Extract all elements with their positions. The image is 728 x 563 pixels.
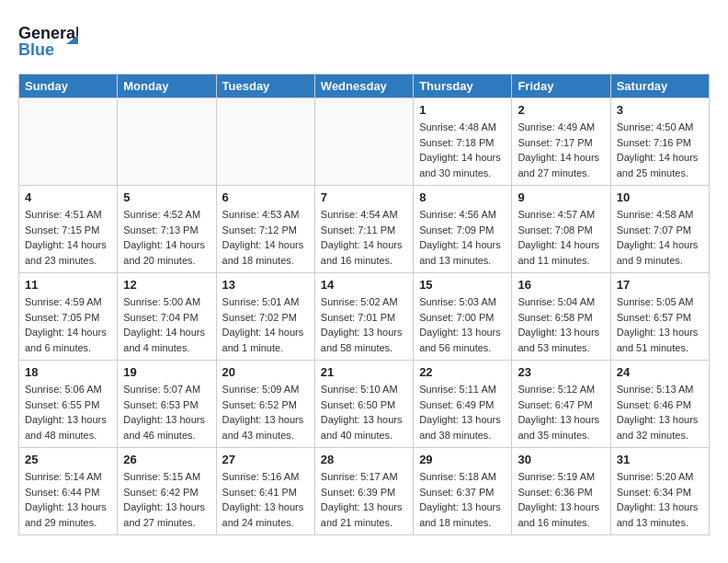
cell-info-text: Sunrise: 5:02 AMSunset: 7:01 PMDaylight:…	[321, 294, 407, 355]
calendar-cell: 17Sunrise: 5:05 AMSunset: 6:57 PMDayligh…	[610, 273, 709, 361]
cell-info-text: Sunrise: 5:20 AMSunset: 6:34 PMDaylight:…	[617, 469, 703, 530]
cell-info-text: Sunrise: 5:12 AMSunset: 6:47 PMDaylight:…	[518, 382, 604, 442]
cell-info-text: Sunrise: 5:07 AMSunset: 6:53 PMDaylight:…	[123, 382, 210, 442]
cell-date-number: 5	[123, 190, 210, 204]
calendar-cell: 8Sunrise: 4:56 AMSunset: 7:09 PMDaylight…	[414, 186, 512, 273]
cell-date-number: 24	[617, 365, 703, 379]
cell-info-text: Sunrise: 5:09 AMSunset: 6:52 PMDaylight:…	[222, 382, 309, 442]
cell-info-text: Sunrise: 5:00 AMSunset: 7:04 PMDaylight:…	[123, 294, 210, 355]
cell-date-number: 20	[222, 365, 309, 379]
cell-info-text: Sunrise: 5:14 AMSunset: 6:44 PMDaylight:…	[25, 469, 111, 530]
cell-date-number: 7	[321, 190, 407, 204]
calendar-cell: 4Sunrise: 4:51 AMSunset: 7:15 PMDaylight…	[19, 186, 118, 273]
cell-info-text: Sunrise: 5:16 AMSunset: 6:41 PMDaylight:…	[222, 469, 309, 530]
cell-info-text: Sunrise: 5:19 AMSunset: 6:36 PMDaylight:…	[518, 469, 604, 530]
calendar-body: 1Sunrise: 4:48 AMSunset: 7:18 PMDaylight…	[19, 98, 710, 535]
calendar-cell: 26Sunrise: 5:15 AMSunset: 6:42 PMDayligh…	[118, 448, 216, 535]
cell-date-number: 2	[518, 103, 604, 117]
cell-info-text: Sunrise: 4:58 AMSunset: 7:07 PMDaylight:…	[617, 207, 703, 268]
page-header: General Blue	[18, 18, 710, 64]
cell-date-number: 15	[419, 278, 506, 292]
calendar-cell	[216, 98, 314, 186]
cell-info-text: Sunrise: 5:01 AMSunset: 7:02 PMDaylight:…	[222, 294, 309, 355]
cell-info-text: Sunrise: 5:03 AMSunset: 7:00 PMDaylight:…	[419, 294, 506, 355]
cell-date-number: 27	[222, 453, 309, 466]
cell-date-number: 29	[419, 453, 506, 466]
calendar-cell: 20Sunrise: 5:09 AMSunset: 6:52 PMDayligh…	[216, 361, 314, 448]
cell-info-text: Sunrise: 5:13 AMSunset: 6:46 PMDaylight:…	[617, 382, 703, 442]
cell-info-text: Sunrise: 4:51 AMSunset: 7:15 PMDaylight:…	[25, 207, 111, 268]
calendar-cell: 18Sunrise: 5:06 AMSunset: 6:55 PMDayligh…	[19, 361, 118, 448]
cell-info-text: Sunrise: 4:59 AMSunset: 7:05 PMDaylight:…	[25, 294, 111, 355]
cell-info-text: Sunrise: 4:50 AMSunset: 7:16 PMDaylight:…	[617, 120, 703, 180]
cell-info-text: Sunrise: 4:57 AMSunset: 7:08 PMDaylight:…	[518, 207, 604, 268]
cell-date-number: 26	[123, 453, 210, 466]
weekday-header: Thursday	[414, 75, 512, 98]
cell-date-number: 12	[123, 278, 210, 292]
cell-date-number: 21	[321, 365, 407, 379]
calendar-cell: 3Sunrise: 4:50 AMSunset: 7:16 PMDaylight…	[610, 98, 709, 186]
calendar-cell: 6Sunrise: 4:53 AMSunset: 7:12 PMDaylight…	[216, 186, 314, 273]
cell-date-number: 14	[321, 278, 407, 292]
cell-date-number: 8	[419, 190, 506, 204]
calendar-cell: 16Sunrise: 5:04 AMSunset: 6:58 PMDayligh…	[512, 273, 610, 361]
calendar-cell: 9Sunrise: 4:57 AMSunset: 7:08 PMDaylight…	[512, 186, 610, 273]
cell-date-number: 9	[518, 190, 604, 204]
cell-info-text: Sunrise: 5:05 AMSunset: 6:57 PMDaylight:…	[617, 294, 703, 355]
cell-date-number: 11	[25, 278, 111, 292]
calendar-cell: 23Sunrise: 5:12 AMSunset: 6:47 PMDayligh…	[512, 361, 610, 448]
cell-info-text: Sunrise: 5:10 AMSunset: 6:50 PMDaylight:…	[321, 382, 407, 442]
weekday-header: Wednesday	[314, 75, 413, 98]
calendar-cell: 14Sunrise: 5:02 AMSunset: 7:01 PMDayligh…	[314, 273, 413, 361]
calendar-cell: 15Sunrise: 5:03 AMSunset: 7:00 PMDayligh…	[414, 273, 512, 361]
svg-text:General: General	[18, 24, 78, 42]
weekday-header: Monday	[118, 75, 216, 98]
cell-date-number: 23	[518, 365, 604, 379]
cell-date-number: 22	[419, 365, 506, 379]
calendar-cell: 24Sunrise: 5:13 AMSunset: 6:46 PMDayligh…	[610, 361, 709, 448]
cell-info-text: Sunrise: 4:49 AMSunset: 7:17 PMDaylight:…	[518, 120, 604, 180]
weekday-header: Saturday	[610, 75, 709, 98]
cell-date-number: 18	[25, 365, 111, 379]
calendar-week-row: 11Sunrise: 4:59 AMSunset: 7:05 PMDayligh…	[19, 273, 710, 361]
cell-info-text: Sunrise: 4:56 AMSunset: 7:09 PMDaylight:…	[419, 207, 506, 268]
calendar-cell: 27Sunrise: 5:16 AMSunset: 6:41 PMDayligh…	[216, 448, 314, 535]
cell-date-number: 19	[123, 365, 210, 379]
cell-date-number: 10	[617, 190, 703, 204]
calendar-cell: 13Sunrise: 5:01 AMSunset: 7:02 PMDayligh…	[216, 273, 314, 361]
calendar-cell: 30Sunrise: 5:19 AMSunset: 6:36 PMDayligh…	[512, 448, 610, 535]
calendar-cell: 21Sunrise: 5:10 AMSunset: 6:50 PMDayligh…	[314, 361, 413, 448]
cell-date-number: 30	[518, 453, 604, 466]
cell-info-text: Sunrise: 4:54 AMSunset: 7:11 PMDaylight:…	[321, 207, 407, 268]
calendar-cell: 2Sunrise: 4:49 AMSunset: 7:17 PMDaylight…	[512, 98, 610, 186]
calendar-cell: 29Sunrise: 5:18 AMSunset: 6:37 PMDayligh…	[414, 448, 512, 535]
cell-info-text: Sunrise: 5:18 AMSunset: 6:37 PMDaylight:…	[419, 469, 506, 530]
cell-date-number: 28	[321, 453, 407, 466]
calendar-cell: 10Sunrise: 4:58 AMSunset: 7:07 PMDayligh…	[610, 186, 709, 273]
calendar-cell	[19, 98, 118, 186]
cell-date-number: 6	[222, 190, 309, 204]
cell-date-number: 4	[25, 190, 111, 204]
calendar-table: SundayMondayTuesdayWednesdayThursdayFrid…	[18, 74, 710, 535]
svg-text:Blue: Blue	[18, 40, 54, 59]
cell-info-text: Sunrise: 5:15 AMSunset: 6:42 PMDaylight:…	[123, 469, 210, 530]
calendar-cell: 1Sunrise: 4:48 AMSunset: 7:18 PMDaylight…	[414, 98, 512, 186]
cell-info-text: Sunrise: 4:53 AMSunset: 7:12 PMDaylight:…	[222, 207, 309, 268]
weekday-header: Sunday	[19, 75, 118, 98]
calendar-cell: 7Sunrise: 4:54 AMSunset: 7:11 PMDaylight…	[314, 186, 413, 273]
cell-info-text: Sunrise: 5:04 AMSunset: 6:58 PMDaylight:…	[518, 294, 604, 355]
calendar-cell: 5Sunrise: 4:52 AMSunset: 7:13 PMDaylight…	[118, 186, 216, 273]
calendar-cell	[118, 98, 216, 186]
calendar-week-row: 25Sunrise: 5:14 AMSunset: 6:44 PMDayligh…	[19, 448, 710, 535]
cell-info-text: Sunrise: 5:06 AMSunset: 6:55 PMDaylight:…	[25, 382, 111, 442]
calendar-week-row: 4Sunrise: 4:51 AMSunset: 7:15 PMDaylight…	[19, 186, 710, 273]
cell-info-text: Sunrise: 4:52 AMSunset: 7:13 PMDaylight:…	[123, 207, 210, 268]
cell-date-number: 1	[419, 103, 506, 117]
calendar-cell: 31Sunrise: 5:20 AMSunset: 6:34 PMDayligh…	[610, 448, 709, 535]
cell-date-number: 3	[617, 103, 703, 117]
cell-date-number: 13	[222, 278, 309, 292]
calendar-cell: 19Sunrise: 5:07 AMSunset: 6:53 PMDayligh…	[118, 361, 216, 448]
calendar-week-row: 18Sunrise: 5:06 AMSunset: 6:55 PMDayligh…	[19, 361, 710, 448]
cell-date-number: 17	[617, 278, 703, 292]
calendar-week-row: 1Sunrise: 4:48 AMSunset: 7:18 PMDaylight…	[19, 98, 710, 186]
